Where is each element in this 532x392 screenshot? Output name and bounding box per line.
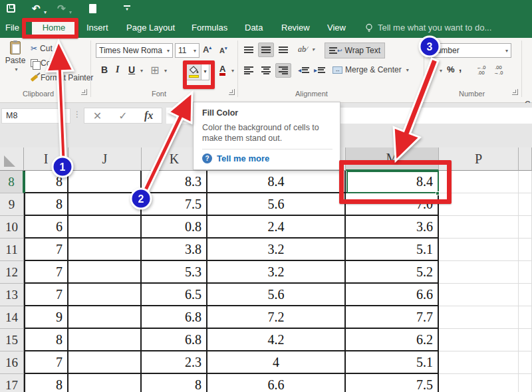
cell-K11[interactable]: 3.8 xyxy=(142,239,207,261)
font-name-combo[interactable]: Times New Roma ▾ xyxy=(96,43,173,58)
customize-quick-access-icon[interactable]: ▾ xyxy=(124,5,130,11)
cell-I12[interactable]: 7 xyxy=(24,261,68,284)
redo-icon[interactable]: ↷ xyxy=(57,3,66,15)
cell-J9[interactable] xyxy=(68,193,142,216)
underline-dropdown-icon[interactable]: ▾ xyxy=(140,68,143,74)
cell-partial15[interactable] xyxy=(519,329,532,351)
cell-J8[interactable] xyxy=(68,171,142,193)
redo-dropdown-icon[interactable]: ▾ xyxy=(69,7,72,19)
merge-center-button[interactable]: ↔ Merge & Center ▾ xyxy=(332,65,409,74)
cell-L14[interactable]: 7.2 xyxy=(207,306,346,329)
cell-K14[interactable]: 6.8 xyxy=(142,306,207,329)
borders-icon[interactable]: ⊞ xyxy=(150,64,159,76)
format-painter-button[interactable]: Format Painter xyxy=(31,73,93,82)
bold-button[interactable]: B xyxy=(101,64,108,75)
undo-dropdown-icon[interactable]: ▾ xyxy=(44,7,47,19)
row-header-13[interactable]: 13 xyxy=(0,284,24,306)
align-left-button[interactable] xyxy=(241,63,257,78)
percent-style-button[interactable]: % xyxy=(447,64,455,74)
cell-I8[interactable]: 8 xyxy=(24,171,68,193)
cell-L15[interactable]: 4.2 xyxy=(207,329,346,351)
cell-J10[interactable] xyxy=(68,216,142,239)
cell-J11[interactable] xyxy=(68,239,142,261)
cell-K17[interactable]: 8 xyxy=(142,374,207,392)
tab-page-layout[interactable]: Page Layout xyxy=(126,18,175,38)
row-header-9[interactable]: 9 xyxy=(0,193,24,216)
row-header-15[interactable]: 15 xyxy=(0,329,24,351)
copy-button[interactable]: Copy xyxy=(31,58,59,68)
cell-partial12[interactable] xyxy=(519,261,532,284)
cell-J16[interactable] xyxy=(68,351,142,374)
cell-partial14[interactable] xyxy=(519,306,532,329)
select-all-button[interactable] xyxy=(0,147,24,171)
tab-file[interactable]: File xyxy=(5,18,19,38)
row-header-10[interactable]: 10 xyxy=(0,216,24,239)
increase-decimal-button[interactable]: ←.0 .00 xyxy=(473,63,489,78)
align-top-button[interactable] xyxy=(241,43,257,57)
cell-I13[interactable]: 7 xyxy=(24,284,68,306)
cell-J14[interactable] xyxy=(68,306,142,329)
cell-J13[interactable] xyxy=(68,284,142,306)
row-header-17[interactable]: 17 xyxy=(0,374,24,392)
cell-M13[interactable]: 6.6 xyxy=(346,284,439,306)
cell-L13[interactable]: 5.6 xyxy=(207,284,346,306)
font-dialog-launcher-icon[interactable] xyxy=(229,89,235,95)
accounting-format-button[interactable]: $ xyxy=(430,64,434,74)
paste-button[interactable]: Paste ▾ xyxy=(3,41,28,72)
cell-J17[interactable] xyxy=(68,374,142,392)
cell-I14[interactable]: 9 xyxy=(24,306,68,329)
orientation-button[interactable]: ab∕ ▾ xyxy=(298,45,315,54)
decrease-decimal-button[interactable]: .00 →.0 xyxy=(491,63,506,78)
decrease-font-size-button[interactable]: A▾ xyxy=(219,46,227,54)
cut-button[interactable]: ✂ Cut xyxy=(31,44,53,53)
cell-J15[interactable] xyxy=(68,329,142,351)
row-header-8[interactable]: 8 xyxy=(0,171,24,193)
cell-M14[interactable]: 7.7 xyxy=(346,306,439,329)
cell-K10[interactable]: 0.8 xyxy=(142,216,207,239)
align-bottom-button[interactable] xyxy=(275,43,291,57)
increase-font-size-button[interactable]: A▴ xyxy=(203,45,211,54)
cell-L10[interactable]: 2.4 xyxy=(207,216,346,239)
font-size-combo[interactable]: 11 ▾ xyxy=(175,43,200,58)
cell-L9[interactable]: 5.6 xyxy=(207,193,346,216)
underline-button[interactable]: U xyxy=(128,64,135,75)
cell-K13[interactable]: 6.5 xyxy=(142,284,207,306)
increase-indent-button[interactable]: ▸ xyxy=(314,66,325,74)
font-color-dropdown-icon[interactable]: ▾ xyxy=(231,68,234,74)
clipboard-dialog-launcher-icon[interactable] xyxy=(81,89,87,95)
cell-P14[interactable] xyxy=(439,306,519,329)
number-format-combo[interactable]: Number ▾ xyxy=(428,43,511,58)
cell-L8[interactable]: 8.4 xyxy=(207,171,346,193)
decrease-indent-button[interactable]: ◂ xyxy=(298,66,309,74)
wrap-text-button[interactable]: ↩ Wrap Text xyxy=(325,43,385,58)
borders-dropdown-icon[interactable]: ▾ xyxy=(164,68,167,74)
cell-I16[interactable]: 7 xyxy=(24,351,68,374)
align-middle-button[interactable] xyxy=(258,43,274,57)
cell-M17[interactable]: 7.5 xyxy=(346,374,439,392)
col-header-J[interactable]: J xyxy=(68,147,142,171)
cell-K8[interactable]: 8.3 xyxy=(142,171,207,193)
tab-view[interactable]: View xyxy=(327,18,346,38)
cell-I9[interactable]: 8 xyxy=(24,193,68,216)
cell-L11[interactable]: 3.2 xyxy=(207,239,346,261)
cell-I10[interactable]: 6 xyxy=(24,216,68,239)
tell-me-more-link[interactable]: ? Tell me more xyxy=(202,153,332,163)
align-right-button[interactable] xyxy=(275,63,291,78)
cell-M16[interactable]: 5.1 xyxy=(346,351,439,374)
cell-J12[interactable] xyxy=(68,261,142,284)
number-dialog-launcher-icon[interactable] xyxy=(512,89,518,95)
cell-I17[interactable]: 8 xyxy=(24,374,68,392)
enter-icon[interactable]: ✓ xyxy=(118,110,127,122)
cell-M15[interactable]: 6.2 xyxy=(346,329,439,351)
tab-formulas[interactable]: Formulas xyxy=(192,18,227,38)
cell-partial8[interactable] xyxy=(519,171,532,193)
cell-I11[interactable]: 7 xyxy=(24,239,68,261)
cell-partial16[interactable] xyxy=(519,351,532,374)
cell-M10[interactable]: 3.6 xyxy=(346,216,439,239)
cell-P15[interactable] xyxy=(439,329,519,351)
cell-I15[interactable]: 8 xyxy=(24,329,68,351)
tell-me-box[interactable]: Tell me what you want to do... xyxy=(378,18,491,38)
cell-P10[interactable] xyxy=(439,216,519,239)
row-header-11[interactable]: 11 xyxy=(0,239,24,261)
save-icon[interactable] xyxy=(7,4,15,13)
